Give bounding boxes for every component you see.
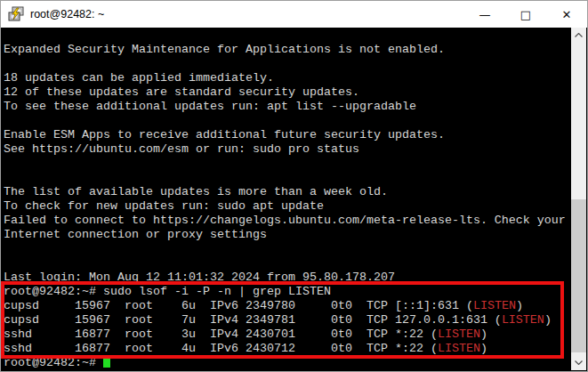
terminal-line <box>4 157 571 171</box>
terminal-line: Last login: Mon Aug 12 11:01:32 2024 fro… <box>4 271 571 285</box>
window-controls: — □ ✕ <box>464 1 587 28</box>
terminal-line: sshd 16877 root 4u IPv6 2430712 0t0 TCP … <box>4 342 571 356</box>
window-title: root@92482: ~ <box>30 8 464 20</box>
terminal-output: Expanded Security Maintenance for Applic… <box>4 28 571 370</box>
terminal-line: Failed to connect to https://changelogs.… <box>4 214 571 228</box>
terminal-line: sshd 16877 root 3u IPv4 2430701 0t0 TCP … <box>4 328 571 342</box>
terminal-line: The list of available updates is more th… <box>4 185 571 199</box>
terminal-line <box>4 242 571 256</box>
titlebar[interactable]: root@92482: ~ — □ ✕ <box>1 1 587 28</box>
scrollbar-thumb[interactable] <box>571 199 586 352</box>
terminal-line <box>4 57 571 71</box>
terminal-line: Enable ESM Apps to receive additional fu… <box>4 128 571 142</box>
terminal-line <box>4 114 571 128</box>
terminal-line: Internet connection or proxy settings <box>4 228 571 242</box>
scrollbar-down-button[interactable] <box>571 355 586 370</box>
terminal-screen[interactable]: Expanded Security Maintenance for Applic… <box>2 28 586 370</box>
putty-terminal-window: root@92482: ~ — □ ✕ Expanded Security Ma… <box>0 0 588 372</box>
terminal-line: 18 updates can be applied immediately. <box>4 71 571 85</box>
terminal-line <box>4 28 571 43</box>
minimize-icon: — <box>479 9 491 20</box>
terminal-line: To check for new updates run: sudo apt u… <box>4 199 571 214</box>
terminal-line: 12 of these updates are standard securit… <box>4 85 571 100</box>
putty-icon[interactable] <box>7 5 25 23</box>
terminal-line: See https://ubuntu.com/esm or run: sudo … <box>4 142 571 157</box>
scrollbar[interactable] <box>571 28 586 370</box>
terminal-line: root@92482:~# <box>4 356 571 370</box>
scrollbar-up-button[interactable] <box>571 28 586 43</box>
close-icon: ✕ <box>562 9 572 20</box>
close-button[interactable]: ✕ <box>546 1 587 28</box>
chevron-up-icon <box>575 33 583 37</box>
chevron-down-icon <box>575 360 583 365</box>
minimize-button[interactable]: — <box>464 1 505 28</box>
terminal-line: root@92482:~# sudo lsof -i -P -n | grep … <box>4 285 571 299</box>
terminal-line: To see these additional updates run: apt… <box>4 100 571 114</box>
terminal-line <box>4 171 571 185</box>
terminal-cursor <box>103 356 110 368</box>
terminal-line: cupsd 15967 root 6u IPv6 2349780 0t0 TCP… <box>4 299 571 313</box>
terminal-line: cupsd 15967 root 7u IPv4 2349781 0t0 TCP… <box>4 313 571 328</box>
maximize-icon: □ <box>520 9 531 20</box>
terminal-line <box>4 256 571 271</box>
terminal-line: Expanded Security Maintenance for Applic… <box>4 43 571 57</box>
maximize-button[interactable]: □ <box>505 1 546 28</box>
